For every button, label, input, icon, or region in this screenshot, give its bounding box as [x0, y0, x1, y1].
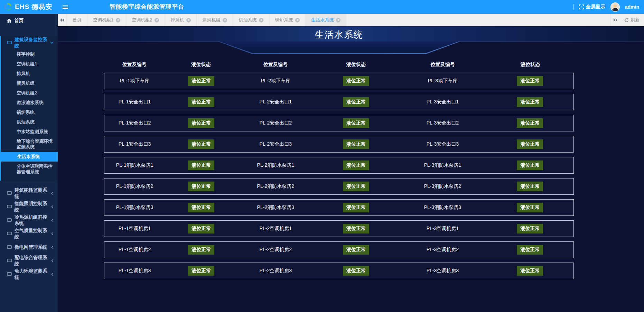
location-cell: PL-3消防水泵房3: [399, 204, 487, 211]
sidebar-item-child[interactable]: 分体空调联网温控器管理系统: [1, 162, 58, 177]
monitor-icon: [7, 41, 12, 45]
tab-2[interactable]: 空调机组1×: [87, 14, 126, 26]
status-badge: 液位正常: [188, 203, 214, 212]
tab-8[interactable]: 生活水系统×: [306, 14, 346, 26]
status-cell: 液位正常: [487, 266, 573, 276]
status-cell: 液位正常: [487, 76, 573, 86]
sidebar-item-child[interactable]: 空调机组1: [1, 59, 58, 69]
location-cell: PL-1地下车库: [104, 78, 165, 84]
close-icon[interactable]: ×: [336, 18, 340, 22]
status-cell: 液位正常: [487, 203, 573, 212]
sidebar-group-toggle[interactable]: 智能照明控制系统: [0, 200, 58, 213]
sidebar-group-toggle[interactable]: 微电网管理系统: [0, 240, 58, 254]
sidebar-group-toggle[interactable]: 建筑设备监控系统: [1, 36, 58, 49]
sidebar-item-child[interactable]: 中水站监测系统: [1, 127, 58, 137]
sidebar-item-child[interactable]: 新风机组: [1, 79, 58, 88]
sidebar-item-child[interactable]: 排风机: [1, 69, 58, 79]
sidebar-group-label: 微电网管理系统: [15, 244, 47, 250]
monitor-icon: [7, 191, 12, 195]
tab-1[interactable]: 首页: [67, 14, 87, 26]
table-row: PL-1地下车库液位正常PL-2地下车库液位正常PL-3地下车库液位正常: [104, 73, 574, 89]
status-cell: 液位正常: [165, 118, 237, 128]
status-cell: 液位正常: [165, 266, 237, 276]
tab-5[interactable]: 新风机组×: [197, 14, 233, 26]
avatar[interactable]: [610, 2, 620, 12]
status-badge: 液位正常: [188, 224, 214, 233]
status-cell: 液位正常: [314, 203, 399, 212]
sidebar-item-child[interactable]: 空调机组2: [1, 88, 58, 98]
sidebar-group-label: 智能照明控制系统: [15, 201, 48, 213]
sidebar-group-toggle[interactable]: 动力环境监测系统: [0, 267, 58, 281]
tab-3[interactable]: 空调机组2×: [126, 14, 165, 26]
sidebar: 首页 建筑设备监控系统 楼宇控制空调机组: [0, 14, 58, 312]
sidebar-group-toggle[interactable]: 建筑能耗监测系统: [0, 186, 58, 200]
tab-7[interactable]: 锅炉系统×: [269, 14, 306, 26]
col-header-status-1: 液位状态: [165, 62, 237, 68]
sidebar-item-active[interactable]: 生活水系统: [1, 152, 58, 162]
sidebar-item-child[interactable]: 游泳池水系统: [1, 98, 58, 108]
tab-4[interactable]: 排风机×: [165, 14, 197, 26]
close-icon[interactable]: ×: [295, 18, 300, 22]
double-chevron-left-icon[interactable]: [58, 14, 67, 26]
refresh-icon: [624, 18, 629, 22]
tab-label: 新风机组: [202, 17, 220, 23]
table-row: PL-1空调机房2液位正常PL-2空调机房2液位正常PL-3空调机房2液位正常: [104, 241, 574, 258]
logo: EHS 德易安: [0, 0, 58, 14]
chevron-left-icon: [51, 246, 54, 249]
sidebar-item-child[interactable]: 供油系统: [1, 117, 58, 127]
status-cell: 液位正常: [314, 76, 399, 86]
hamburger-icon[interactable]: [58, 0, 73, 14]
status-badge: 液位正常: [517, 76, 543, 86]
location-cell: PL-1安全出口1: [104, 99, 165, 105]
location-cell: PL-3地下车库: [399, 78, 487, 84]
status-badge: 液位正常: [517, 139, 543, 149]
location-cell: PL-1空调机房2: [104, 247, 165, 253]
location-cell: PL-1安全出口2: [104, 120, 165, 126]
status-cell: 液位正常: [314, 139, 399, 149]
chevron-left-icon: [51, 205, 54, 209]
close-icon[interactable]: ×: [155, 18, 159, 22]
col-header-status-3: 液位状态: [487, 62, 574, 68]
location-cell: PL-3空调机房1: [399, 226, 487, 232]
chevron-left-icon: [51, 219, 54, 222]
sidebar-group-toggle[interactable]: 配电综合管理系统: [0, 254, 58, 267]
fullscreen-button[interactable]: 全屏显示: [579, 4, 605, 10]
status-badge: 液位正常: [343, 139, 369, 149]
close-icon[interactable]: ×: [223, 18, 227, 22]
sidebar-item-home[interactable]: 首页: [0, 15, 58, 27]
fullscreen-label: 全屏显示: [586, 4, 605, 10]
username[interactable]: admin: [625, 4, 639, 10]
status-badge: 液位正常: [188, 97, 214, 107]
sidebar-group-collapsed: 微电网管理系统: [0, 240, 58, 254]
status-cell: 液位正常: [487, 245, 573, 255]
status-badge: 液位正常: [343, 118, 369, 128]
logo-text: EHS 德易安: [15, 2, 52, 11]
sidebar-group-toggle[interactable]: 冷热源机组群控系统: [0, 213, 58, 227]
sidebar-group-label: 建筑能耗监测系统: [15, 187, 48, 200]
double-chevron-right-icon[interactable]: [610, 14, 620, 26]
sidebar-item-child[interactable]: 地下综合管廊环境监测系统: [1, 137, 58, 152]
sidebar-group-toggle[interactable]: 空气质量控制系统: [0, 227, 58, 240]
tab-6[interactable]: 供油系统×: [233, 14, 269, 26]
tab-label: 供油系统: [239, 17, 256, 23]
status-badge: 液位正常: [188, 118, 214, 128]
refresh-button[interactable]: 刷新: [620, 14, 644, 26]
close-icon[interactable]: ×: [259, 18, 263, 22]
page-banner: 生活水系统: [58, 26, 644, 54]
location-cell: PL-2消防水泵房1: [237, 162, 314, 168]
status-badge: 液位正常: [343, 266, 369, 276]
close-icon[interactable]: ×: [186, 18, 191, 22]
status-cell: 液位正常: [314, 224, 399, 233]
sidebar-submenu: 楼宇控制空调机组1排风机新风机组空调机组2游泳池水系统锅炉系统供油系统中水站监测…: [1, 49, 58, 181]
status-badge: 液位正常: [343, 76, 369, 86]
close-icon[interactable]: ×: [116, 18, 120, 22]
ring-logo-icon: [3, 2, 12, 11]
location-cell: PL-1消防水泵房3: [104, 204, 165, 211]
sidebar-item-child[interactable]: 楼宇控制: [1, 49, 58, 59]
status-badge: 液位正常: [343, 160, 369, 170]
tab-label: 首页: [73, 17, 82, 23]
location-cell: PL-1空调机房3: [104, 268, 165, 274]
status-cell: 液位正常: [314, 266, 399, 276]
sidebar-item-child[interactable]: 锅炉系统: [1, 108, 58, 117]
banner-trapezoid: [218, 42, 460, 54]
